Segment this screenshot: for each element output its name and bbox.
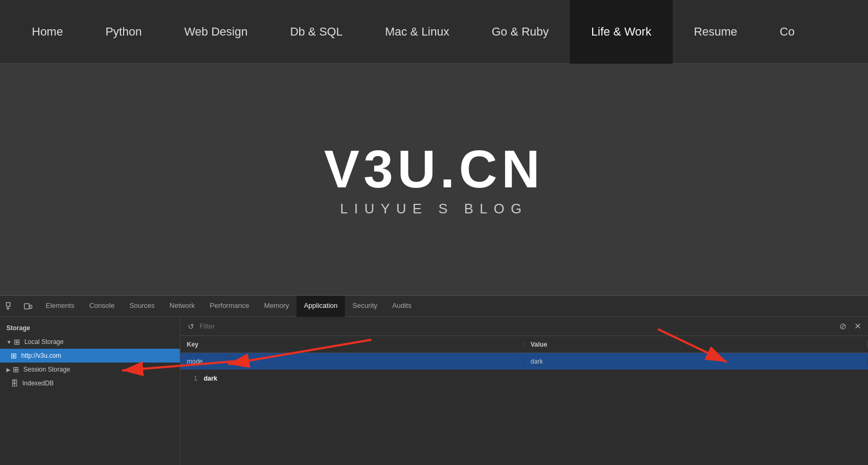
storage-table: Key Value mode dark 1 dark [180, 336, 868, 465]
tab-sources[interactable]: Sources [122, 296, 162, 317]
nav-item-go-ruby[interactable]: Go & Ruby [471, 0, 570, 64]
nav-item-web-design[interactable]: Web Design [163, 0, 268, 64]
tab-memory[interactable]: Memory [257, 296, 297, 317]
tab-application[interactable]: Application [297, 296, 345, 317]
svg-rect-4 [30, 305, 32, 308]
local-storage-icon: ⊞ [14, 338, 20, 346]
tab-elements[interactable]: Elements [38, 296, 82, 317]
block-icon[interactable]: ⊘ [836, 320, 849, 333]
session-storage-expand-arrow: ▶ [6, 367, 11, 373]
main-content: V3U.CN LIUYUE S BLOG [0, 64, 868, 295]
indexed-db-icon: 🗄 [11, 379, 18, 388]
indexed-db-item[interactable]: 🗄 IndexedDB [0, 376, 180, 390]
bottom-row-value: dark [204, 375, 217, 382]
value-column-header: Value [524, 341, 868, 348]
tab-network[interactable]: Network [162, 296, 203, 317]
nav-item-resume[interactable]: Resume [673, 0, 759, 64]
tab-audits[interactable]: Audits [385, 296, 419, 317]
device-toolbar-icon[interactable] [20, 298, 36, 314]
local-storage-expand-arrow: ▼ [6, 339, 12, 345]
table-cell-value: dark [524, 358, 868, 365]
nav-item-co[interactable]: Co [759, 0, 816, 64]
row-number: 1 [187, 375, 197, 382]
tab-performance[interactable]: Performance [202, 296, 256, 317]
svg-rect-3 [24, 304, 29, 309]
table-bottom-row: 1 dark [180, 370, 868, 387]
top-navigation: Home Python Web Design Db & SQL Mac & Li… [0, 0, 868, 64]
tab-console[interactable]: Console [82, 296, 122, 317]
site-logo: V3U.CN [324, 142, 544, 195]
table-cell-key: mode [180, 358, 524, 365]
nav-item-life-work[interactable]: Life & Work [570, 0, 672, 64]
devtools-panel: Elements Console Sources Network Perform… [0, 295, 868, 465]
key-column-header: Key [180, 341, 524, 348]
nav-item-db-sql[interactable]: Db & SQL [269, 0, 364, 64]
nav-item-home[interactable]: Home [11, 0, 84, 64]
local-storage-url-item[interactable]: ⊞ http://v3u.com [0, 349, 180, 363]
local-storage-url-icon: ⊞ [11, 351, 17, 360]
clear-button[interactable]: ✕ [851, 320, 864, 333]
local-storage-label: Local Storage [24, 338, 64, 346]
local-storage-parent[interactable]: ▼ ⊞ Local Storage [0, 335, 180, 349]
table-row[interactable]: mode dark [180, 353, 868, 370]
nav-item-mac-linux[interactable]: Mac & Linux [364, 0, 471, 64]
svg-rect-0 [6, 303, 10, 306]
tab-security[interactable]: Security [345, 296, 385, 317]
table-header: Key Value [180, 336, 868, 353]
devtools-sidebar: Storage ▼ ⊞ Local Storage ⊞ http://v3u.c… [0, 317, 180, 465]
devtools-main-panel: ↺ ⊘ ✕ Key Value mode dark 1 dark [180, 317, 868, 465]
local-storage-url-label: http://v3u.com [21, 352, 61, 359]
nav-item-python[interactable]: Python [84, 0, 163, 64]
session-storage-label: Session Storage [23, 366, 70, 373]
site-subtitle: LIUYUE S BLOG [340, 201, 528, 217]
session-storage-icon: ⊞ [13, 365, 19, 374]
indexed-db-label: IndexedDB [22, 380, 54, 387]
storage-section-label: Storage [0, 321, 180, 335]
inspect-element-icon[interactable] [2, 298, 18, 314]
refresh-button[interactable]: ↺ [185, 320, 197, 333]
devtools-body: Storage ▼ ⊞ Local Storage ⊞ http://v3u.c… [0, 317, 868, 465]
filter-input[interactable] [199, 322, 836, 330]
devtools-tabs-bar: Elements Console Sources Network Perform… [0, 296, 868, 317]
filter-bar: ↺ ⊘ ✕ [180, 317, 868, 336]
session-storage-parent[interactable]: ▶ ⊞ Session Storage [0, 363, 180, 376]
